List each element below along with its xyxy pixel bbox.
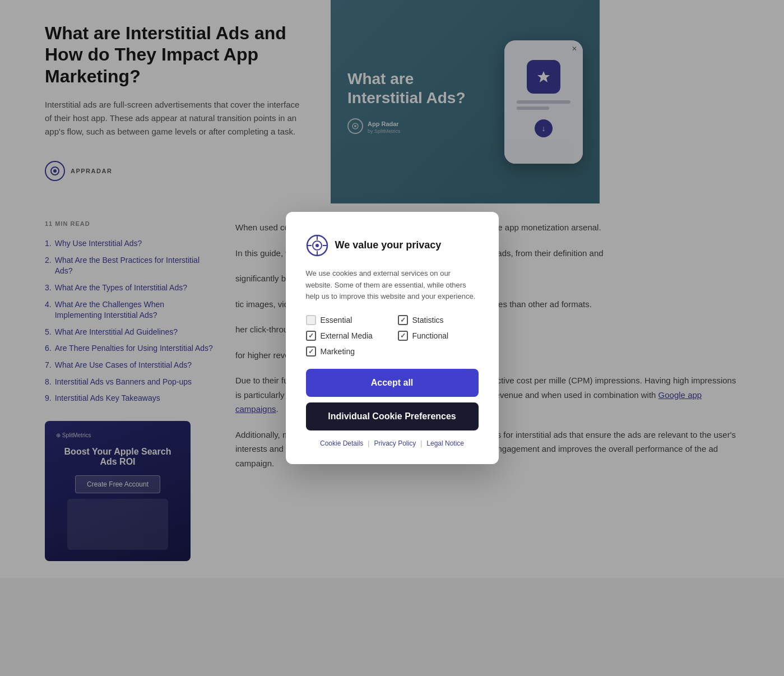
essential-checkbox[interactable]	[306, 315, 316, 325]
accept-all-button[interactable]: Accept all	[306, 369, 479, 397]
privacy-policy-link[interactable]: Privacy Policy	[374, 439, 416, 447]
cookie-header: We value your privacy	[306, 234, 479, 257]
cookie-option-external-media: External Media	[306, 331, 387, 341]
external-media-checkbox[interactable]	[306, 331, 316, 341]
cookie-option-statistics: Statistics	[398, 315, 479, 325]
functional-checkbox[interactable]	[398, 331, 408, 341]
individual-preferences-button[interactable]: Individual Cookie Preferences	[306, 402, 479, 430]
statistics-label: Statistics	[412, 316, 444, 325]
cookie-footer: Cookie Details | Privacy Policy | Legal …	[306, 439, 479, 447]
cookie-option-marketing: Marketing	[306, 346, 387, 356]
cookie-option-essential: Essential	[306, 315, 387, 325]
marketing-checkbox[interactable]	[306, 346, 316, 356]
footer-separator-1: |	[368, 439, 369, 447]
functional-label: Functional	[412, 331, 449, 340]
marketing-label: Marketing	[321, 347, 355, 356]
cookie-details-link[interactable]: Cookie Details	[320, 439, 363, 447]
statistics-checkbox[interactable]	[398, 315, 408, 325]
essential-label: Essential	[321, 316, 352, 325]
cookie-title: We value your privacy	[335, 239, 442, 251]
cookie-option-functional: Functional	[398, 331, 479, 341]
svg-point-7	[316, 244, 319, 247]
cookie-options: Essential Statistics External Media Func…	[306, 315, 479, 356]
footer-separator-2: |	[420, 439, 422, 447]
cookie-overlay: We value your privacy We use cookies and…	[0, 0, 784, 578]
legal-notice-link[interactable]: Legal Notice	[426, 439, 464, 447]
cookie-modal: We value your privacy We use cookies and…	[286, 212, 499, 464]
external-media-label: External Media	[321, 331, 373, 340]
cookie-description: We use cookies and external services on …	[306, 268, 479, 303]
cookie-logo-icon	[306, 234, 328, 257]
